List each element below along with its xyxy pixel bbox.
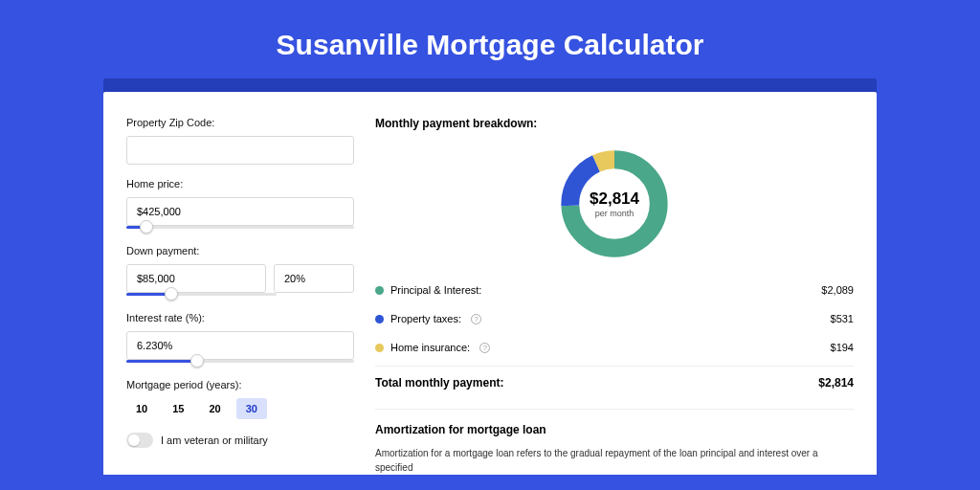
legend-value: $2,089	[821, 284, 854, 296]
period-options: 10 15 20 30	[126, 398, 354, 419]
down-payment-amount-input[interactable]	[126, 264, 266, 293]
donut-chart: $2,814 per month	[556, 145, 673, 262]
total-label: Total monthly payment:	[375, 376, 503, 390]
donut-amount: $2,814	[590, 189, 639, 209]
calculator-card: Property Zip Code: Home price: Down paym…	[103, 92, 877, 475]
slider-fill	[126, 360, 197, 363]
home-price-label: Home price:	[126, 178, 354, 189]
legend-label: Property taxes:	[390, 313, 461, 324]
amortization-title: Amortization for mortgage loan	[375, 423, 854, 436]
veteran-toggle[interactable]	[126, 433, 153, 448]
veteran-label: I am veteran or military	[161, 434, 268, 446]
period-option-30[interactable]: 30	[236, 398, 267, 419]
home-price-input[interactable]	[126, 197, 354, 226]
period-option-15[interactable]: 15	[163, 398, 193, 419]
home-price-slider[interactable]	[126, 224, 354, 232]
amortization-section: Amortization for mortgage loan Amortizat…	[375, 409, 854, 475]
period-group: Mortgage period (years): 10 15 20 30	[126, 379, 354, 419]
donut-chart-wrap: $2,814 per month	[375, 142, 854, 276]
interest-group: Interest rate (%):	[126, 312, 354, 366]
slider-track	[126, 226, 354, 229]
slider-thumb[interactable]	[190, 354, 204, 368]
interest-label: Interest rate (%):	[126, 312, 354, 323]
info-icon[interactable]: ?	[471, 314, 481, 324]
info-icon[interactable]: ?	[479, 343, 490, 353]
legend-principal: Principal & Interest: $2,089	[375, 276, 854, 304]
zip-label: Property Zip Code:	[126, 117, 354, 128]
legend-label: Principal & Interest:	[390, 284, 481, 296]
breakdown-column: Monthly payment breakdown: $2,814 per mo…	[375, 117, 854, 475]
down-payment-percent-input[interactable]	[274, 264, 354, 293]
dot-icon	[375, 315, 384, 323]
zip-input[interactable]	[126, 136, 354, 165]
amortization-text: Amortization for a mortgage loan refers …	[375, 446, 854, 475]
home-price-group: Home price:	[126, 178, 354, 232]
slider-thumb[interactable]	[165, 287, 178, 301]
legend-insurance: Home insurance: ? $194	[375, 333, 854, 362]
total-value: $2,814	[818, 376, 854, 390]
card-backdrop: Property Zip Code: Home price: Down paym…	[103, 78, 877, 475]
page-title: Susanville Mortgage Calculator	[0, 0, 980, 78]
donut-sub: per month	[595, 209, 635, 218]
interest-input[interactable]	[126, 331, 354, 360]
inputs-column: Property Zip Code: Home price: Down paym…	[126, 117, 354, 475]
legend-value: $531	[831, 313, 854, 324]
legend-value: $194	[831, 342, 854, 353]
total-row: Total monthly payment: $2,814	[375, 366, 854, 399]
breakdown-title: Monthly payment breakdown:	[375, 117, 854, 130]
legend-taxes: Property taxes: ? $531	[375, 304, 854, 333]
interest-slider[interactable]	[126, 358, 354, 366]
slider-thumb[interactable]	[140, 220, 153, 234]
period-option-20[interactable]: 20	[200, 398, 231, 419]
donut-center: $2,814 per month	[556, 145, 673, 262]
dot-icon	[375, 344, 384, 352]
period-label: Mortgage period (years):	[126, 379, 354, 390]
down-payment-label: Down payment:	[126, 245, 354, 256]
down-payment-slider[interactable]	[126, 291, 277, 299]
dot-icon	[375, 286, 384, 295]
period-option-10[interactable]: 10	[126, 398, 157, 419]
zip-group: Property Zip Code:	[126, 117, 354, 165]
legend-label: Home insurance:	[390, 342, 470, 353]
veteran-row: I am veteran or military	[126, 433, 354, 448]
down-payment-group: Down payment:	[126, 245, 354, 299]
